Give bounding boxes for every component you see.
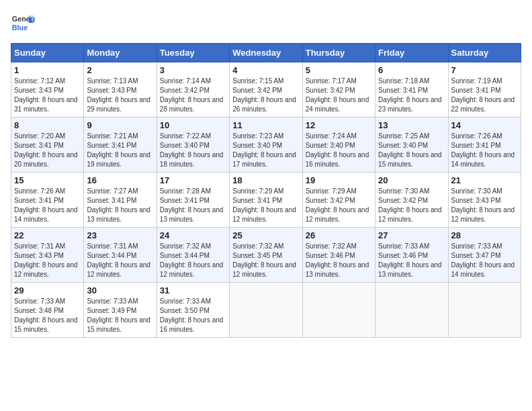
weekday-header-wednesday: Wednesday <box>230 44 302 62</box>
weekday-header-monday: Monday <box>84 44 157 62</box>
day-info: Sunrise: 7:28 AM Sunset: 3:41 PM Dayligh… <box>160 187 226 224</box>
calendar-week-4: 22 Sunrise: 7:31 AM Sunset: 3:43 PM Dayl… <box>11 228 521 283</box>
calendar-cell: 4 Sunrise: 7:15 AM Sunset: 3:42 PM Dayli… <box>230 62 302 118</box>
calendar-cell: 24 Sunrise: 7:32 AM Sunset: 3:44 PM Dayl… <box>157 228 229 283</box>
day-number: 31 <box>160 285 226 295</box>
calendar-cell: 13 Sunrise: 7:25 AM Sunset: 3:40 PM Dayl… <box>375 118 448 173</box>
header: General Blue <box>11 11 521 35</box>
day-info: Sunrise: 7:33 AM Sunset: 3:46 PM Dayligh… <box>378 242 445 279</box>
day-info: Sunrise: 7:15 AM Sunset: 3:42 PM Dayligh… <box>232 77 299 114</box>
day-number: 6 <box>378 65 445 75</box>
calendar-table: SundayMondayTuesdayWednesdayThursdayFrid… <box>11 43 521 338</box>
day-number: 1 <box>14 65 81 75</box>
day-info: Sunrise: 7:19 AM Sunset: 3:41 PM Dayligh… <box>451 77 518 114</box>
calendar-cell: 25 Sunrise: 7:32 AM Sunset: 3:45 PM Dayl… <box>230 228 302 283</box>
day-info: Sunrise: 7:21 AM Sunset: 3:41 PM Dayligh… <box>87 132 153 169</box>
weekday-header-friday: Friday <box>375 44 448 62</box>
weekday-header-tuesday: Tuesday <box>157 44 229 62</box>
calendar-cell: 7 Sunrise: 7:19 AM Sunset: 3:41 PM Dayli… <box>448 62 521 118</box>
day-number: 30 <box>87 285 153 295</box>
day-info: Sunrise: 7:26 AM Sunset: 3:41 PM Dayligh… <box>14 187 81 224</box>
calendar-cell: 3 Sunrise: 7:14 AM Sunset: 3:42 PM Dayli… <box>157 62 229 118</box>
calendar-cell: 18 Sunrise: 7:29 AM Sunset: 3:41 PM Dayl… <box>230 173 302 228</box>
calendar-cell: 29 Sunrise: 7:33 AM Sunset: 3:48 PM Dayl… <box>11 283 84 338</box>
calendar-week-5: 29 Sunrise: 7:33 AM Sunset: 3:48 PM Dayl… <box>11 283 521 338</box>
day-info: Sunrise: 7:33 AM Sunset: 3:50 PM Dayligh… <box>160 297 226 334</box>
calendar-cell: 19 Sunrise: 7:29 AM Sunset: 3:42 PM Dayl… <box>302 173 375 228</box>
day-info: Sunrise: 7:32 AM Sunset: 3:44 PM Dayligh… <box>160 242 226 279</box>
day-number: 9 <box>87 120 153 130</box>
calendar-cell: 23 Sunrise: 7:31 AM Sunset: 3:44 PM Dayl… <box>84 228 157 283</box>
weekday-header-saturday: Saturday <box>448 44 521 62</box>
calendar-cell <box>302 283 375 338</box>
day-number: 18 <box>232 175 299 185</box>
calendar-cell <box>375 283 448 338</box>
calendar-week-3: 15 Sunrise: 7:26 AM Sunset: 3:41 PM Dayl… <box>11 173 521 228</box>
calendar-cell: 22 Sunrise: 7:31 AM Sunset: 3:43 PM Dayl… <box>11 228 84 283</box>
day-info: Sunrise: 7:33 AM Sunset: 3:48 PM Dayligh… <box>14 297 81 334</box>
day-info: Sunrise: 7:32 AM Sunset: 3:46 PM Dayligh… <box>306 242 372 279</box>
day-number: 15 <box>14 175 81 185</box>
svg-text:Blue: Blue <box>12 24 28 32</box>
calendar-cell: 6 Sunrise: 7:18 AM Sunset: 3:41 PM Dayli… <box>375 62 448 118</box>
weekday-header-sunday: Sunday <box>11 44 84 62</box>
day-number: 20 <box>378 175 445 185</box>
day-info: Sunrise: 7:30 AM Sunset: 3:42 PM Dayligh… <box>378 187 445 224</box>
day-number: 21 <box>451 175 518 185</box>
day-info: Sunrise: 7:13 AM Sunset: 3:43 PM Dayligh… <box>87 77 153 114</box>
day-number: 17 <box>160 175 226 185</box>
day-number: 22 <box>14 230 81 240</box>
day-info: Sunrise: 7:17 AM Sunset: 3:42 PM Dayligh… <box>306 77 372 114</box>
day-info: Sunrise: 7:33 AM Sunset: 3:49 PM Dayligh… <box>87 297 153 334</box>
day-number: 8 <box>14 120 81 130</box>
day-number: 26 <box>306 230 372 240</box>
day-number: 10 <box>160 120 226 130</box>
calendar-cell: 10 Sunrise: 7:22 AM Sunset: 3:40 PM Dayl… <box>157 118 229 173</box>
day-info: Sunrise: 7:31 AM Sunset: 3:44 PM Dayligh… <box>87 242 153 279</box>
logo: General Blue <box>11 11 35 35</box>
calendar-cell: 5 Sunrise: 7:17 AM Sunset: 3:42 PM Dayli… <box>302 62 375 118</box>
day-info: Sunrise: 7:22 AM Sunset: 3:40 PM Dayligh… <box>160 132 226 169</box>
day-info: Sunrise: 7:14 AM Sunset: 3:42 PM Dayligh… <box>160 77 226 114</box>
day-info: Sunrise: 7:30 AM Sunset: 3:43 PM Dayligh… <box>451 187 518 224</box>
day-number: 23 <box>87 230 153 240</box>
day-number: 28 <box>451 230 518 240</box>
day-info: Sunrise: 7:23 AM Sunset: 3:40 PM Dayligh… <box>232 132 299 169</box>
day-info: Sunrise: 7:27 AM Sunset: 3:41 PM Dayligh… <box>87 187 153 224</box>
logo-icon: General Blue <box>11 11 35 35</box>
day-number: 24 <box>160 230 226 240</box>
day-number: 14 <box>451 120 518 130</box>
day-number: 5 <box>306 65 372 75</box>
calendar-cell: 16 Sunrise: 7:27 AM Sunset: 3:41 PM Dayl… <box>84 173 157 228</box>
day-info: Sunrise: 7:20 AM Sunset: 3:41 PM Dayligh… <box>14 132 81 169</box>
day-number: 2 <box>87 65 153 75</box>
day-number: 4 <box>232 65 299 75</box>
day-info: Sunrise: 7:29 AM Sunset: 3:41 PM Dayligh… <box>232 187 299 224</box>
calendar-cell: 21 Sunrise: 7:30 AM Sunset: 3:43 PM Dayl… <box>448 173 521 228</box>
calendar-cell: 28 Sunrise: 7:33 AM Sunset: 3:47 PM Dayl… <box>448 228 521 283</box>
day-number: 12 <box>306 120 372 130</box>
day-number: 3 <box>160 65 226 75</box>
day-info: Sunrise: 7:29 AM Sunset: 3:42 PM Dayligh… <box>306 187 372 224</box>
calendar-cell <box>230 283 302 338</box>
calendar-cell: 8 Sunrise: 7:20 AM Sunset: 3:41 PM Dayli… <box>11 118 84 173</box>
calendar-cell: 26 Sunrise: 7:32 AM Sunset: 3:46 PM Dayl… <box>302 228 375 283</box>
day-number: 29 <box>14 285 81 295</box>
day-number: 16 <box>87 175 153 185</box>
calendar-cell <box>448 283 521 338</box>
calendar-cell: 9 Sunrise: 7:21 AM Sunset: 3:41 PM Dayli… <box>84 118 157 173</box>
calendar-week-2: 8 Sunrise: 7:20 AM Sunset: 3:41 PM Dayli… <box>11 118 521 173</box>
calendar-cell: 1 Sunrise: 7:12 AM Sunset: 3:43 PM Dayli… <box>11 62 84 118</box>
day-info: Sunrise: 7:32 AM Sunset: 3:45 PM Dayligh… <box>232 242 299 279</box>
calendar-cell: 17 Sunrise: 7:28 AM Sunset: 3:41 PM Dayl… <box>157 173 229 228</box>
day-info: Sunrise: 7:33 AM Sunset: 3:47 PM Dayligh… <box>451 242 518 279</box>
day-info: Sunrise: 7:25 AM Sunset: 3:40 PM Dayligh… <box>378 132 445 169</box>
day-number: 25 <box>232 230 299 240</box>
calendar-cell: 20 Sunrise: 7:30 AM Sunset: 3:42 PM Dayl… <box>375 173 448 228</box>
day-info: Sunrise: 7:18 AM Sunset: 3:41 PM Dayligh… <box>378 77 445 114</box>
day-number: 7 <box>451 65 518 75</box>
weekday-header-thursday: Thursday <box>302 44 375 62</box>
day-info: Sunrise: 7:12 AM Sunset: 3:43 PM Dayligh… <box>14 77 81 114</box>
calendar-cell: 2 Sunrise: 7:13 AM Sunset: 3:43 PM Dayli… <box>84 62 157 118</box>
calendar-week-1: 1 Sunrise: 7:12 AM Sunset: 3:43 PM Dayli… <box>11 62 521 118</box>
